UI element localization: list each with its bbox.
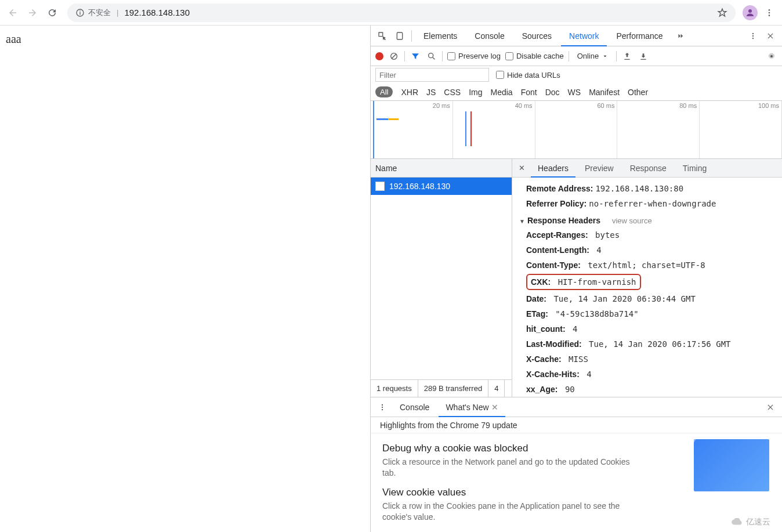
drawer-subtitle: Highlights from the Chrome 79 update [371,417,782,433]
filter-toggle[interactable] [410,50,421,62]
view-source-link[interactable]: view source [612,216,652,225]
site-info[interactable]: 不安全 [75,8,111,18]
download-icon [639,52,648,61]
close-icon [766,32,774,40]
header-row: Last-Modified: Tue, 14 Jan 2020 06:17:56… [526,338,776,350]
security-label: 不安全 [88,8,111,18]
filter-ws[interactable]: WS [568,88,581,97]
tab-response[interactable]: Response [623,159,674,178]
devtools-close[interactable] [762,28,779,44]
devtools-panel: Elements Console Sources Network Perform… [370,26,782,532]
svg-line-12 [392,54,396,59]
network-settings[interactable] [766,50,777,62]
header-row: X-Cache: MISS [526,353,776,365]
inspect-button[interactable] [374,28,390,44]
filter-other[interactable]: Other [628,88,648,97]
close-icon[interactable]: ✕ [491,403,498,412]
filter-img[interactable]: Img [469,88,482,97]
detail-tabbar: ✕ Headers Preview Response Timing [512,159,782,178]
drawer-tab-console[interactable]: Console [393,397,436,417]
tab-network[interactable]: Network [561,26,607,46]
filter-manifest[interactable]: Manifest [589,88,620,97]
separator: | [117,8,118,17]
tab-headers[interactable]: Headers [531,159,575,178]
search-icon [427,52,436,61]
filter-js[interactable]: JS [426,88,436,97]
headers-body[interactable]: Remote Address:192.168.148.130:80 Referr… [512,178,782,397]
close-detail[interactable]: ✕ [515,164,528,172]
drawer-tab-whats-new[interactable]: What's New ✕ [439,397,505,417]
svg-point-18 [382,409,383,410]
drawer-menu[interactable] [374,399,390,415]
arrow-right-icon [27,8,38,18]
name-column-header[interactable]: Name [371,159,512,178]
page-text: aaa [6,32,21,45]
filter-doc[interactable]: Doc [545,88,560,97]
filter-bar: Hide data URLs [371,66,782,84]
drawer-content[interactable]: Debug why a cookie was blocked Click a r… [371,433,782,532]
search-button[interactable] [426,50,437,62]
chevron-down-icon [602,53,608,59]
avatar-icon [745,8,755,18]
response-headers-section[interactable]: Response Headersview source [519,216,776,225]
request-row[interactable]: 192.168.148.130 [371,178,512,195]
star-icon[interactable] [717,8,727,18]
tab-sources[interactable]: Sources [514,26,560,46]
filter-xhr[interactable]: XHR [401,88,418,97]
forward-button[interactable] [24,5,41,21]
document-icon [375,182,385,191]
address-bar[interactable]: 不安全 | 192.168.148.130 [67,3,736,22]
kebab-icon [749,32,757,40]
tab-performance[interactable]: Performance [608,26,671,46]
tab-timing[interactable]: Timing [676,159,714,178]
clear-icon [389,52,399,61]
filter-css[interactable]: CSS [444,88,461,97]
throttle-select[interactable]: Online [574,52,612,60]
clear-button[interactable] [388,50,400,62]
tab-elements[interactable]: Elements [415,26,465,46]
device-button[interactable] [392,28,408,44]
svg-point-3 [748,9,752,13]
tab-console[interactable]: Console [466,26,512,46]
svg-point-4 [769,9,770,11]
url-text: 192.168.148.130 [124,8,190,17]
tab-preview[interactable]: Preview [578,159,621,178]
header-row: Date: Tue, 14 Jan 2020 06:30:44 GMT [526,292,776,305]
devtools-menu[interactable] [745,28,761,44]
svg-point-16 [382,404,383,406]
import-har[interactable] [621,50,633,62]
network-controls: Preserve log Disable cache Online [371,46,782,66]
svg-point-5 [769,12,770,13]
disable-cache-checkbox[interactable]: Disable cache [505,52,564,60]
kebab-icon [378,403,386,411]
export-har[interactable] [638,50,649,62]
request-detail: ✕ Headers Preview Response Timing Remote… [512,159,782,397]
network-timeline[interactable]: 20 ms 40 ms 60 ms 80 ms 100 ms [371,101,782,159]
whats-new-item-title: Debug why a cookie was blocked [382,443,638,454]
filter-all[interactable]: All [375,86,393,97]
devtools-drawer: Console What's New ✕ Highlights from the… [371,397,782,532]
svg-rect-2 [79,10,80,11]
preserve-log-checkbox[interactable]: Preserve log [447,52,501,60]
reload-button[interactable] [44,5,60,21]
cloud-icon [731,518,744,526]
hide-data-urls-checkbox[interactable]: Hide data URLs [496,71,560,79]
whats-new-item-desc: Click a resource in the Network panel an… [382,457,638,479]
header-row: ETag: "4-59c138d8ba714" [526,307,776,320]
back-button[interactable] [5,5,21,21]
svg-rect-7 [397,32,402,39]
browser-toolbar: 不安全 | 192.168.148.130 [0,0,782,26]
filter-media[interactable]: Media [491,88,513,97]
drawer-close[interactable] [762,399,779,415]
tabs-overflow[interactable] [672,28,689,44]
header-row: X-Cache-Hits: 4 [526,368,776,381]
page-content: aaa [0,26,370,532]
inspect-icon [378,31,387,41]
filter-font[interactable]: Font [521,88,537,97]
profile-avatar[interactable] [743,5,758,20]
browser-menu-button[interactable] [761,5,777,21]
record-button[interactable] [375,52,383,60]
devtools-tabbar: Elements Console Sources Network Perform… [371,26,782,46]
filter-input[interactable] [375,68,489,82]
whats-new-item-desc: Click a row in the Cookies pane in the A… [382,501,638,523]
